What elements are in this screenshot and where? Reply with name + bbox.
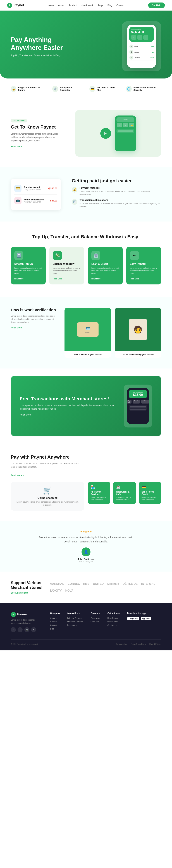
gtk-phone-icon-send: ↑ [117, 123, 122, 127]
footer-touch-links: Help Center User Center Contact Us [107, 617, 120, 626]
free-tx-balance-label: Current Balance [130, 391, 146, 393]
pay-grid: 🛒 Online Shopping Lorem ipsum dolor sit … [11, 482, 161, 510]
service-read-more[interactable]: Read More → [53, 278, 64, 280]
service-card-desc: Lorem payment molestie ornare at nunc ur… [14, 267, 42, 275]
gp-card-transfer: 💳 Transfer to card 7 day ago • 04:50 AM … [14, 182, 57, 194]
free-tx-list [129, 405, 147, 411]
gtk-read-more[interactable]: Read More → [11, 145, 65, 148]
footer-company-title: Company [50, 612, 60, 615]
nav-home[interactable]: Home [48, 4, 54, 7]
footer-link-merchant[interactable]: Merchant Partners [67, 621, 83, 623]
service-read-more[interactable]: Read More → [14, 278, 26, 280]
nav-about[interactable]: About [58, 4, 64, 7]
nav-cta-button[interactable]: Get Help [148, 2, 165, 8]
merchants-section: Support VariousMerchant stores! See All … [0, 571, 172, 603]
footer-link-graduate[interactable]: Graduate [91, 621, 100, 623]
verif-card-bg-selfie: 🧑 [115, 308, 161, 351]
linkedin-icon[interactable]: in [31, 627, 36, 632]
nav-product[interactable]: Product [69, 4, 77, 7]
payment-methods-icon: 💰 [72, 187, 77, 192]
footer-link-user-center[interactable]: User Center [107, 621, 120, 623]
footer-privacy[interactable]: Privacy policy [116, 643, 127, 645]
logo-icon: P [7, 3, 12, 8]
footer-terms[interactable]: Terms & conditions [131, 643, 146, 645]
footer-link-help[interactable]: Help Center [107, 617, 120, 619]
feature-money-back: 🛡️ Money Back Guarantee [52, 86, 80, 92]
facebook-icon[interactable]: f [11, 627, 16, 632]
footer-data[interactable]: Data & Privacy [149, 643, 161, 645]
nav-blog[interactable]: Blog [107, 4, 112, 7]
app-store-badge[interactable]: App Store [141, 617, 151, 620]
free-tx-read-more[interactable]: Read More → [20, 413, 117, 416]
merchants-title: Support VariousMerchant stores! [11, 581, 43, 590]
get-to-know-section: Get To Know Get To Know Paynet Lorem pay… [0, 99, 172, 167]
free-tx-action-transfer: Transfer [132, 400, 140, 404]
gtk-phone-icons: ↑ ↓ 💳 [117, 123, 134, 127]
merchant-logo-connect: CONNECT TIME [68, 582, 90, 586]
service-read-more[interactable]: Read More → [91, 278, 103, 280]
verif-desc: Lorem ipsum dolor sit amet consectetur a… [11, 314, 57, 324]
merchants-see-all[interactable]: See All Merchant → [11, 592, 43, 594]
footer-logo-text: Paynet [17, 613, 28, 616]
footer-link-employees[interactable]: Employees [91, 617, 100, 619]
google-play-badge[interactable]: Google Play [127, 617, 140, 620]
verif-read-more[interactable]: Read More → [11, 327, 57, 329]
footer-company-links: About us Careers Contact Blog [50, 617, 60, 630]
gtk-phone-label: Paynet [118, 118, 133, 120]
footer-careers-title: Careems [91, 612, 100, 615]
id-card-inner: 🪪 ID Card [85, 326, 90, 333]
service-card-title: Easy Transfer [130, 262, 158, 265]
footer-link-industry[interactable]: Industry Partners [67, 617, 83, 619]
footer-app-col: Download the app Google Play App Store [127, 612, 151, 632]
instagram-icon[interactable]: 📷 [24, 627, 29, 632]
phone-list-item: T Transfer +$200 [129, 55, 154, 60]
services-icon: 🏪 [91, 485, 107, 489]
footer-link-contact[interactable]: Contact [50, 624, 60, 626]
nav-page[interactable]: Page [98, 4, 103, 7]
verif-card-selfie: 🧑 Take a selfie holding your ID card [115, 308, 161, 358]
free-tx-balance-value: $15.00 [130, 393, 146, 397]
hero-phone-mockup: Total Balance $2,684.00 ↑ ↓ ⋯ N Netflix … [122, 21, 161, 71]
footer-link-about[interactable]: About us [50, 617, 60, 619]
footer-link-blog[interactable]: Blog [50, 628, 60, 630]
footer-bottom-links: Privacy policy Terms & conditions Data &… [116, 643, 161, 645]
nav-contact[interactable]: Contact [117, 4, 124, 7]
gp-card-netflix-info: Netflix Subscription Yesterday • 10:12 A… [24, 198, 44, 203]
footer-company-col: Company About us Careers Contact Blog [50, 612, 60, 632]
hero-section: Pay AnythingAnywhere Easier Top Up, Tran… [0, 10, 172, 79]
footer-social: f t 📷 in [11, 627, 43, 632]
footer-link-careers[interactable]: Careers [50, 621, 60, 623]
verification-section: How is work verification Lorem ipsum dol… [0, 297, 172, 369]
gp-card-transfer-info: Transfer to card 7 day ago • 04:50 AM [24, 186, 41, 191]
phone-send-icon: ↑ [131, 35, 136, 40]
service-read-more[interactable]: Read More → [130, 278, 141, 280]
footer-link-contact-us[interactable]: Contact Us [107, 624, 120, 626]
loan-icon: 🏦 [91, 251, 100, 260]
gtk-phone-icon-card: 💳 [129, 123, 134, 127]
service-card-transfer: ↔️ Easy Transfer Lorem payment molestie … [126, 247, 161, 284]
gtk-visual-circle: P [100, 128, 111, 139]
footer-touch-col: Get in touch Help Center User Center Con… [107, 612, 120, 632]
testimonial-avatar: 👤 [81, 548, 91, 556]
nav-how-it-work[interactable]: How it Work [81, 4, 94, 7]
phone-action-icons: ↑ ↓ ⋯ [131, 35, 152, 40]
gp-text: Getting paid just got easier 💰 Payment m… [72, 178, 161, 211]
phone-more-icon: ⋯ [143, 35, 148, 40]
services-title: Top Up, Transfer, and Balance Withdraw i… [11, 234, 161, 240]
pay-anywhere-section: Pay with Paynet Anywhere Lorem ipsum dol… [0, 443, 172, 521]
merchant-logo-marshal: MARSHAL [50, 582, 64, 586]
gp-card-sublabel: Yesterday • 10:12 AM [24, 201, 44, 203]
footer-bottom: © 2024 Paynet. All rights reserved. Priv… [11, 639, 161, 645]
service-card-desc: Lorem payment molestie ornare at nunc ur… [91, 267, 119, 275]
twitter-icon[interactable]: t [18, 627, 23, 632]
service-card-title: Smooth Top Up [14, 262, 42, 265]
gtk-phone-bar [118, 130, 133, 130]
pay-anywhere-read-more[interactable]: Read More → [11, 474, 161, 477]
pay-grid-right: 🏪 All Paynet Services Lorem ipsum dolor … [88, 482, 161, 504]
pay-card-bill: 💳 Bill & Phone Credit Lorem ipsum dolor … [139, 482, 161, 504]
footer-link-developers[interactable]: Developers [67, 624, 83, 626]
gp-feature-title: Transaction optimisations [79, 198, 161, 201]
nav-links: Home About Product How it Work Page Blog… [48, 4, 124, 7]
gtk-text: Get To Know Get To Know Paynet Lorem pay… [11, 119, 65, 148]
gp-feature-transaction-text: Transaction optimisations Nullam ornare … [79, 198, 161, 208]
